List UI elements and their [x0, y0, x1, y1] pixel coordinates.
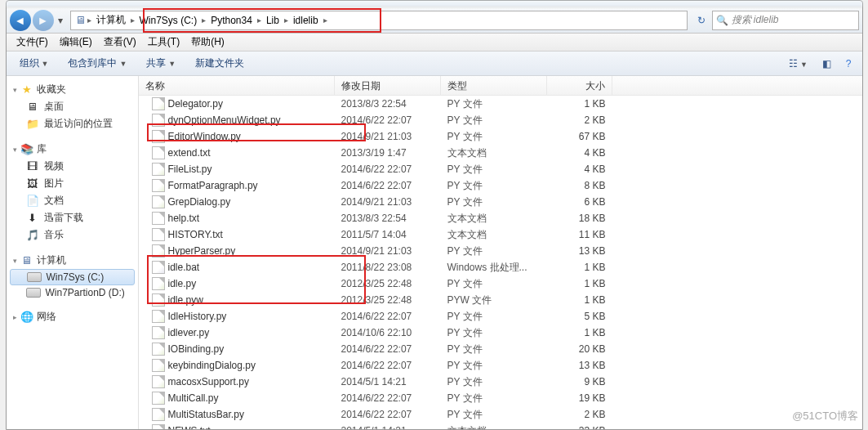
sidebar-videos[interactable]: 🎞视频 — [7, 158, 138, 175]
menu-bar: 文件(F) 编辑(E) 查看(V) 工具(T) 帮助(H) — [7, 34, 862, 52]
file-date: 2014/6/22 22:07 — [335, 343, 441, 356]
column-headers: 名称 修改日期 类型 大小 — [139, 76, 862, 96]
new-folder-button[interactable]: 新建文件夹 — [189, 54, 251, 73]
column-date[interactable]: 修改日期 — [335, 76, 441, 95]
sidebar-computer[interactable]: ▾🖥计算机 — [7, 252, 138, 269]
organize-button[interactable]: 组织▼ — [13, 54, 56, 73]
sidebar-recent[interactable]: 📁最近访问的位置 — [7, 115, 138, 132]
chevron-right-icon[interactable]: ▸ — [323, 16, 327, 25]
refresh-button[interactable]: ↻ — [692, 15, 710, 26]
file-icon — [152, 179, 165, 192]
file-row[interactable]: extend.txt2013/3/19 1:47文本文档4 KB — [139, 145, 862, 161]
file-row[interactable]: HISTORY.txt2011/5/7 14:04文本文档11 KB — [139, 226, 862, 243]
file-icon — [152, 326, 165, 339]
file-icon — [152, 392, 165, 405]
file-size: 13 KB — [547, 359, 612, 372]
file-row[interactable]: dynOptionMenuWidget.py2014/6/22 22:07PY … — [139, 112, 862, 128]
file-row[interactable]: MultiStatusBar.py2014/6/22 22:07PY 文件2 K… — [139, 406, 862, 423]
desktop-icon: 🖥 — [26, 101, 39, 114]
hdd-icon — [26, 288, 41, 298]
file-icon — [152, 163, 165, 176]
forward-button[interactable]: ► — [33, 10, 54, 31]
file-icon — [152, 375, 165, 388]
file-date: 2014/9/21 21:03 — [335, 130, 441, 143]
file-row[interactable]: IdleHistory.py2014/6/22 22:07PY 文件5 KB — [139, 308, 862, 325]
file-type: PY 文件 — [441, 244, 547, 259]
file-icon — [152, 97, 165, 110]
file-name: EditorWindow.py — [168, 131, 241, 142]
file-name: idle.py — [168, 278, 197, 289]
file-icon — [152, 130, 165, 143]
file-type: PY 文件 — [441, 407, 547, 423]
column-type[interactable]: 类型 — [441, 76, 547, 95]
file-row[interactable]: idle.py2012/3/25 22:48PY 文件1 KB — [139, 275, 862, 292]
sidebar-music[interactable]: 🎵音乐 — [7, 226, 138, 244]
menu-view[interactable]: 查看(V) — [99, 34, 141, 51]
column-size[interactable]: 大小 — [547, 76, 612, 95]
file-icon — [152, 114, 165, 127]
sidebar-desktop[interactable]: 🖥桌面 — [7, 98, 138, 115]
file-row[interactable]: keybindingDialog.py2014/6/22 22:07PY 文件1… — [139, 357, 862, 374]
file-row[interactable]: idle.bat2011/8/22 23:08Windows 批处理...1 K… — [139, 259, 862, 275]
file-row[interactable]: FormatParagraph.py2014/6/22 22:07PY 文件8 … — [139, 177, 862, 194]
history-dropdown[interactable]: ▾ — [56, 15, 65, 26]
sidebar-documents[interactable]: 📄文档 — [7, 192, 138, 209]
menu-edit[interactable]: 编辑(E) — [55, 34, 97, 51]
sidebar-network[interactable]: ▸🌐网络 — [7, 308, 138, 325]
sidebar-drive-c[interactable]: Win7Sys (C:) — [10, 269, 135, 285]
file-date: 2014/10/6 22:10 — [335, 326, 441, 339]
search-input[interactable]: 🔍 搜索 idlelib — [712, 11, 859, 30]
menu-tools[interactable]: 工具(T) — [143, 34, 185, 51]
menu-file[interactable]: 文件(F) — [11, 34, 53, 51]
file-type: PY 文件 — [441, 178, 547, 194]
file-row[interactable]: GrepDialog.py2014/9/21 21:03PY 文件6 KB — [139, 194, 862, 210]
file-row[interactable]: NEWS.txt2014/5/1 14:21文本文档33 KB — [139, 423, 862, 429]
breadcrumb-item[interactable]: idlelib — [288, 13, 323, 28]
breadcrumb-item[interactable]: Python34 — [206, 13, 257, 28]
file-type: PY 文件 — [441, 309, 547, 325]
breadcrumb-item[interactable]: Win7Sys (C:) — [135, 13, 203, 28]
sidebar-thunder[interactable]: ⬇迅雷下载 — [7, 209, 138, 226]
help-button[interactable]: ? — [842, 56, 856, 72]
computer-icon: 🖥 — [74, 14, 87, 27]
sidebar-favorites[interactable]: ▾★收藏夹 — [7, 81, 138, 98]
file-row[interactable]: MultiCall.py2014/6/22 22:07PY 文件19 KB — [139, 390, 862, 406]
file-date: 2014/6/22 22:07 — [335, 179, 441, 192]
breadcrumb-item[interactable]: 计算机 — [91, 11, 131, 29]
file-row[interactable]: macosxSupport.py2014/5/1 14:21PY 文件9 KB — [139, 374, 862, 390]
file-row[interactable]: help.txt2013/8/3 22:54文本文档18 KB — [139, 210, 862, 226]
file-name: HyperParser.py — [168, 245, 236, 257]
file-icon — [152, 228, 165, 241]
search-icon: 🔍 — [716, 15, 728, 26]
sidebar-pictures[interactable]: 🖼图片 — [7, 175, 138, 192]
column-name[interactable]: 名称 — [139, 76, 335, 95]
file-type: PY 文件 — [441, 342, 547, 357]
breadcrumb-item[interactable]: Lib — [261, 13, 284, 28]
file-name: extend.txt — [168, 147, 211, 159]
file-name: IOBinding.py — [168, 343, 225, 355]
file-row[interactable]: HyperParser.py2014/9/21 21:03PY 文件13 KB — [139, 243, 862, 259]
file-row[interactable]: idlever.py2014/10/6 22:10PY 文件1 KB — [139, 325, 862, 341]
picture-icon: 🖼 — [26, 177, 39, 190]
sidebar-libraries[interactable]: ▾📚库 — [7, 141, 138, 158]
sidebar-drive-d[interactable]: Win7PartionD (D:) — [7, 285, 138, 300]
file-type: PY 文件 — [441, 195, 547, 210]
file-size: 2 KB — [547, 408, 612, 421]
share-button[interactable]: 共享▼ — [140, 54, 182, 73]
include-library-button[interactable]: 包含到库中▼ — [61, 54, 133, 73]
file-date: 2014/5/1 14:21 — [335, 375, 441, 388]
file-row[interactable]: Delegator.py2013/8/3 22:54PY 文件1 KB — [139, 96, 862, 112]
file-row[interactable]: idle.pyw2012/3/25 22:48PYW 文件1 KB — [139, 292, 862, 308]
file-row[interactable]: EditorWindow.py2014/9/21 21:03PY 文件67 KB — [139, 128, 862, 145]
back-button[interactable]: ◄ — [10, 10, 31, 31]
file-row[interactable]: FileList.py2014/6/22 22:07PY 文件4 KB — [139, 161, 862, 177]
file-row[interactable]: IOBinding.py2014/6/22 22:07PY 文件20 KB — [139, 341, 862, 357]
chevron-down-icon: ▾ — [13, 86, 17, 94]
address-bar[interactable]: 🖥 ▸ 计算机 ▸ Win7Sys (C:) ▸ Python34 ▸ Lib … — [70, 11, 688, 30]
view-options-button[interactable]: ☷ ▼ — [785, 56, 812, 72]
file-size: 11 KB — [547, 228, 612, 241]
menu-help[interactable]: 帮助(H) — [186, 34, 229, 51]
preview-pane-button[interactable]: ◧ — [818, 56, 835, 72]
file-size: 13 KB — [547, 244, 612, 258]
download-icon: ⬇ — [26, 212, 39, 225]
